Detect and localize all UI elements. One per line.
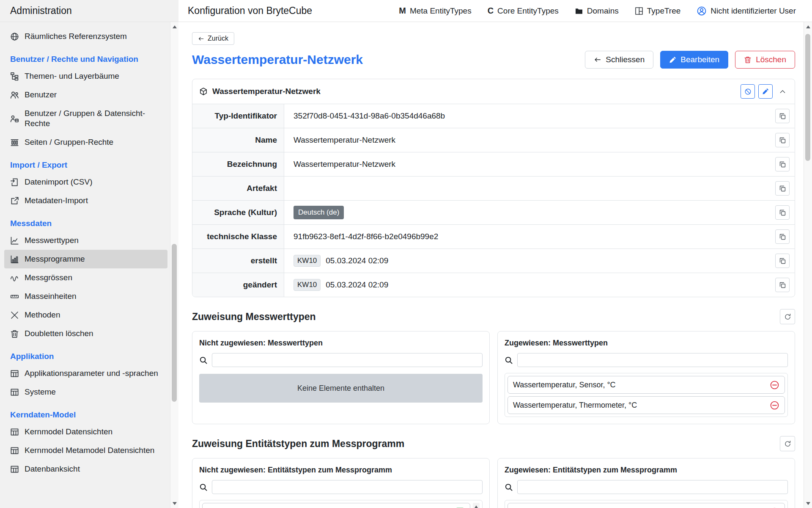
scroll-down-button[interactable] [170, 499, 178, 508]
detail-card-header: Wassertemperatur-Netzwerk [192, 79, 795, 104]
wave-icon [10, 273, 19, 282]
sidebar-item-benutzer[interactable]: Benutzer [4, 86, 167, 104]
table-row: Name Wassertemperatur-Netzwerk [192, 128, 795, 152]
sidebar-item-systeme[interactable]: Systeme [4, 383, 167, 401]
remove-item-button[interactable] [770, 380, 779, 390]
copy-icon [779, 161, 786, 168]
list-scrollbar[interactable] [473, 503, 480, 508]
scrollbar-thumb[interactable] [805, 34, 810, 161]
folder-icon [575, 7, 583, 15]
search-input[interactable] [212, 353, 483, 367]
refresh-button[interactable] [780, 436, 795, 451]
search-input[interactable] [517, 353, 788, 367]
sidebar-item-datenbanksicht[interactable]: Datenbanksicht [4, 460, 167, 478]
section-title-entitaetstypen: Zuweisung Entitätstypen zum Messprogramm [192, 438, 404, 450]
close-button[interactable]: Schliessen [585, 51, 653, 69]
sidebar-item-raeumliches-referenzsystem[interactable]: Räumliches Referenzsystem [4, 27, 167, 46]
sidebar-item-benutzer-gruppen-datensicht-rechte[interactable]: Benutzer / Gruppen & Datensicht-Rechte [4, 104, 167, 133]
sidebar-item-kernmodel-metamodel-datensichten[interactable]: Kernmodel Metamodel Datensichten [4, 441, 167, 460]
copy-button[interactable] [775, 109, 790, 123]
nav-meta-entitytypes[interactable]: M Meta EntityTypes [399, 6, 471, 16]
scrollbar-thumb[interactable] [172, 244, 177, 402]
dash-circle-icon [770, 380, 779, 390]
row-label: Bezeichnung [192, 152, 284, 176]
sidebar-scrollbar[interactable] [170, 22, 178, 508]
scrollbar-track[interactable] [804, 31, 812, 499]
deactivate-button[interactable] [741, 84, 755, 99]
row-value: 352f70d8-0451-431d-98a6-0b354d46a68b [284, 104, 775, 128]
sidebar-item-messwerttypen[interactable]: Messwerttypen [4, 231, 167, 250]
remove-item-button[interactable] [770, 400, 779, 410]
panel-title: Nicht zugewiesen: Messwerttypen [199, 338, 483, 348]
nav-user[interactable]: Nicht identifizierter User [697, 6, 796, 16]
edit-record-button[interactable] [758, 84, 773, 99]
assigned-list: Wassertemperatur, Sensor, °C Wassertempe… [505, 373, 788, 417]
copy-button[interactable] [775, 181, 790, 196]
copy-icon [779, 137, 786, 144]
scroll-up-button[interactable] [473, 503, 480, 508]
copy-button[interactable] [775, 254, 790, 268]
search-icon [199, 356, 208, 364]
globe-icon [10, 32, 19, 41]
sidebar-item-seiten-gruppen-rechte[interactable]: Seiten / Gruppen-Rechte [4, 133, 167, 152]
copy-button[interactable] [775, 157, 790, 171]
ruler-icon [10, 292, 19, 301]
refresh-button[interactable] [780, 309, 795, 324]
copy-button[interactable] [775, 229, 790, 244]
nav-domains[interactable]: Domains [575, 6, 619, 16]
collapse-button[interactable] [776, 84, 789, 99]
sidebar-item-kernmodel-datensichten[interactable]: Kernmodel Datensichten [4, 422, 167, 441]
chart-bars-icon [10, 255, 19, 264]
nav-typetree[interactable]: TypeTree [635, 6, 681, 16]
sidebar-item-masseinheiten[interactable]: Masseinheiten [4, 287, 167, 306]
search-icon [505, 356, 513, 364]
back-button[interactable]: Zurück [192, 32, 234, 45]
row-value: KW10 05.03.2024 02:09 [284, 273, 775, 297]
sidebar-item-doubletten-loeschen[interactable]: Doubletten löschen [4, 324, 167, 343]
sidebar-title: Administration [0, 0, 178, 22]
table-row: technische Klasse 91fb9623-8ef1-4d2f-8f6… [192, 224, 795, 248]
search-input[interactable] [212, 480, 483, 494]
scroll-up-button[interactable] [804, 22, 812, 31]
sidebar-item-themen-und-layerbaeume[interactable]: Themen- und Layerbäume [4, 67, 167, 86]
nav-core-entitytypes[interactable]: C Core EntityTypes [488, 6, 559, 16]
copy-button[interactable] [775, 278, 790, 292]
table-icon [10, 388, 19, 397]
sidebar-item-datenimport-csv[interactable]: Datenimport (CSV) [4, 173, 167, 191]
sidebar-item-metadaten-import[interactable]: Metadaten-Import [4, 191, 167, 210]
app-title: Konfiguration von BryteCube [188, 5, 312, 17]
language-badge: Deutsch (de) [294, 206, 344, 219]
scrollbar-track[interactable] [170, 31, 178, 499]
week-badge: KW10 [294, 279, 321, 291]
copy-button[interactable] [775, 133, 790, 147]
copy-button[interactable] [775, 205, 790, 220]
scroll-down-button[interactable] [804, 499, 812, 508]
sidebar-section-kerndaten-model: Kerndaten-Model [0, 401, 170, 422]
delete-button[interactable]: Löschen [735, 51, 795, 69]
sidebar-item-messgroessen[interactable]: Messgrössen [4, 268, 167, 287]
scroll-up-button[interactable] [170, 22, 178, 31]
table-row: Sprache (Kultur) Deutsch (de) [192, 200, 795, 224]
main-scrollbar[interactable] [804, 22, 812, 508]
treemap-icon [635, 7, 643, 15]
refresh-icon [784, 313, 791, 320]
sidebar: Administration Räumliches Referenzsystem… [0, 0, 178, 508]
copy-icon [779, 185, 786, 192]
assigned-entitaetstypen-panel: Zugewiesen: Entitätstypen zum Messprogra… [497, 458, 795, 508]
search-input[interactable] [517, 480, 788, 494]
sidebar-item-methoden[interactable]: Methoden [4, 306, 167, 324]
search-icon [505, 483, 513, 491]
edit-button[interactable]: Bearbeiten [660, 51, 728, 69]
copy-icon [779, 113, 786, 120]
sidebar-item-applikationsparameter-und-sprachen[interactable]: Applikationsparameter und -sprachen [4, 364, 167, 383]
panel-title: Zugewiesen: Messwerttypen [505, 338, 788, 348]
core-glyph-icon: C [488, 6, 494, 16]
list-item: Wassertemperatur, Thermometer, °C [508, 396, 785, 414]
topbar-nav: M Meta EntityTypes C Core EntityTypes Do… [399, 6, 796, 16]
table-icon [10, 428, 19, 436]
chart-line-icon [10, 236, 19, 245]
section-title-messwerttypen: Zuweisung Messwerttypen [192, 311, 316, 323]
week-badge: KW10 [294, 255, 321, 267]
sidebar-item-messprogramme[interactable]: Messprogramme [4, 250, 167, 268]
row-label: Sprache (Kultur) [192, 201, 284, 224]
